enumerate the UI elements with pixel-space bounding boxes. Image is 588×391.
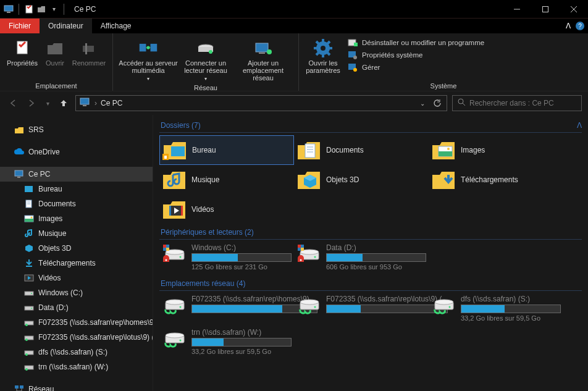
- folder-icon: [14, 125, 25, 135]
- up-button[interactable]: [57, 96, 70, 110]
- manage-button[interactable]: Gérer: [345, 62, 487, 73]
- search-input[interactable]: [469, 99, 576, 107]
- section-folders-label: Dossiers (7): [161, 121, 577, 130]
- connect-drive-button[interactable]: Connecter un lecteur réseau ▾: [181, 36, 230, 83]
- address-bar[interactable]: › Ce PC ⌄: [75, 95, 447, 111]
- rename-button[interactable]: Renommer: [70, 36, 107, 67]
- folder-bureau[interactable]: Bureau: [159, 135, 294, 165]
- properties-button[interactable]: Propriétés: [5, 36, 40, 67]
- svg-rect-17: [256, 43, 268, 52]
- back-button[interactable]: [6, 96, 20, 110]
- sidebar-item-reseau[interactable]: Réseau: [0, 382, 153, 391]
- sidebar-item-onedrive[interactable]: OneDrive: [0, 145, 153, 159]
- ribbon: Propriétés Ouvrir Renommer Emplacement A…: [0, 33, 588, 91]
- sidebar-item-srs[interactable]: SRS: [0, 122, 153, 137]
- chevron-down-icon[interactable]: ▾: [49, 4, 59, 14]
- sidebar-item-label: dfs (\\sds.safran) (S:): [38, 348, 107, 356]
- svg-rect-10: [140, 44, 146, 51]
- sidebar-item-net4[interactable]: trn (\\sds.safran) (W:): [0, 359, 153, 374]
- folder-label: Documents: [326, 146, 364, 154]
- minimize-button[interactable]: [503, 0, 531, 19]
- sidebar-item-images[interactable]: Images: [0, 211, 153, 226]
- sidebar-item-net2[interactable]: F072335 (\\sds.safran\rep\lotus\9) (...: [0, 330, 153, 345]
- tab-fichier[interactable]: Fichier: [0, 19, 40, 33]
- sidebar-item-net1[interactable]: F072335 (\\sds.safran\rep\homes\9): [0, 315, 153, 330]
- svg-rect-42: [25, 186, 33, 192]
- sidebar-item-bureau[interactable]: Bureau: [0, 182, 153, 196]
- svg-rect-86: [166, 248, 169, 251]
- recent-dropdown[interactable]: ▾: [43, 96, 52, 110]
- collapse-ribbon-icon[interactable]: ᐱ: [566, 22, 571, 30]
- network-drive-item[interactable]: dfs (\\sds.safran) (S:)33,2 Go libres su…: [429, 293, 563, 327]
- rename-label: Renommer: [72, 59, 106, 67]
- folder-icon[interactable]: [36, 4, 46, 14]
- drive-item[interactable]: Windows (C:)125 Go libres sur 231 Go: [159, 242, 294, 275]
- sidebar-item-musique[interactable]: Musique: [0, 226, 153, 241]
- sidebar-item-label: SRS: [28, 125, 44, 134]
- svg-rect-47: [25, 219, 33, 222]
- svg-point-87: [166, 259, 167, 261]
- close-button[interactable]: [560, 0, 588, 19]
- svg-rect-79: [169, 206, 171, 216]
- content-pane[interactable]: Dossiers (7) ᐱ Bureau Documents Images M…: [153, 115, 588, 391]
- search-box[interactable]: [452, 95, 582, 111]
- sidebar-item-telechargements[interactable]: Téléchargements: [0, 256, 153, 271]
- search-icon: [458, 98, 466, 108]
- folder-musique[interactable]: Musique: [159, 165, 294, 195]
- sidebar-item-datad[interactable]: Data (D:): [0, 300, 153, 315]
- folder-videos[interactable]: Vidéos: [159, 195, 294, 224]
- downloads-folder-icon: [431, 167, 456, 192]
- folder-label: Images: [461, 146, 485, 154]
- address-sep: ›: [94, 99, 97, 107]
- maximize-button[interactable]: [531, 0, 560, 19]
- open-params-button[interactable]: Ouvrir les paramètres: [304, 36, 342, 74]
- sysprops-button[interactable]: Propriétés système: [345, 49, 487, 61]
- group-emplacement-label: Emplacement: [5, 81, 107, 90]
- sidebar-item-windowsc[interactable]: Windows (C:): [0, 285, 153, 300]
- refresh-button[interactable]: [432, 99, 443, 107]
- svg-point-60: [25, 353, 28, 356]
- svg-rect-1: [7, 12, 10, 13]
- section-drives-header[interactable]: Périphériques et lecteurs (2): [159, 224, 582, 240]
- forward-button[interactable]: [25, 96, 38, 110]
- svg-point-58: [25, 338, 28, 341]
- svg-rect-37: [83, 105, 86, 106]
- help-icon[interactable]: ?: [576, 22, 584, 30]
- uninstall-button[interactable]: Désinstaller ou modifier un programme: [345, 37, 487, 48]
- sidebar-tree[interactable]: SRS OneDrive Ce PC Bureau Documents Imag…: [0, 115, 153, 391]
- sysprops-label: Propriétés système: [362, 51, 422, 59]
- sidebar-item-objets3d[interactable]: Objets 3D: [0, 241, 153, 256]
- svg-point-99: [300, 300, 319, 305]
- sidebar-item-videos[interactable]: Vidéos: [0, 271, 153, 285]
- section-network-header[interactable]: Emplacements réseau (4): [159, 275, 582, 291]
- sidebar-item-net3[interactable]: dfs (\\sds.safran) (S:): [0, 345, 153, 359]
- media-server-button[interactable]: Accéder au serveur multimédia ▾: [118, 36, 178, 83]
- svg-rect-93: [301, 248, 304, 251]
- network-drive-item[interactable]: trn (\\sds.safran) (W:)33,2 Go libres su…: [159, 327, 294, 360]
- folder-telechargements[interactable]: Téléchargements: [429, 165, 563, 195]
- network-icon: [14, 384, 25, 391]
- address-dropdown[interactable]: ⌄: [417, 100, 428, 107]
- network-drive-item[interactable]: F072335 (\\sds.safran\rep\lotus\9) (...: [294, 293, 429, 327]
- tab-affichage[interactable]: Affichage: [92, 19, 140, 33]
- section-folders-header[interactable]: Dossiers (7) ᐱ: [159, 117, 582, 133]
- folder-objets3d[interactable]: Objets 3D: [294, 165, 429, 195]
- tab-ordinateur[interactable]: Ordinateur: [40, 19, 92, 33]
- open-button[interactable]: Ouvrir: [42, 36, 68, 67]
- drive-subtext: 33,2 Go libres sur 59,5 Go: [461, 314, 561, 322]
- sidebar-item-documents[interactable]: Documents: [0, 196, 153, 211]
- monitor-icon: [4, 4, 14, 14]
- window-title: Ce PC: [70, 5, 503, 14]
- network-drive-item[interactable]: F072335 (\\sds.safran\rep\homes\9) ...: [159, 293, 294, 327]
- svg-point-96: [166, 300, 184, 305]
- properties-icon[interactable]: [24, 4, 34, 14]
- folder-images[interactable]: Images: [429, 135, 563, 165]
- drive-usage-bar: [191, 253, 292, 262]
- sidebar-item-cepc[interactable]: Ce PC: [0, 167, 153, 182]
- uninstall-icon: [347, 38, 358, 48]
- add-location-button[interactable]: Ajouter un emplacement réseau: [233, 36, 293, 82]
- sidebar-item-label: F072335 (\\sds.safran\rep\lotus\9) (...: [38, 333, 153, 342]
- drive-subtext: 606 Go libres sur 953 Go: [326, 263, 426, 271]
- folder-documents[interactable]: Documents: [294, 135, 429, 165]
- drive-item[interactable]: Data (D:)606 Go libres sur 953 Go: [294, 242, 429, 275]
